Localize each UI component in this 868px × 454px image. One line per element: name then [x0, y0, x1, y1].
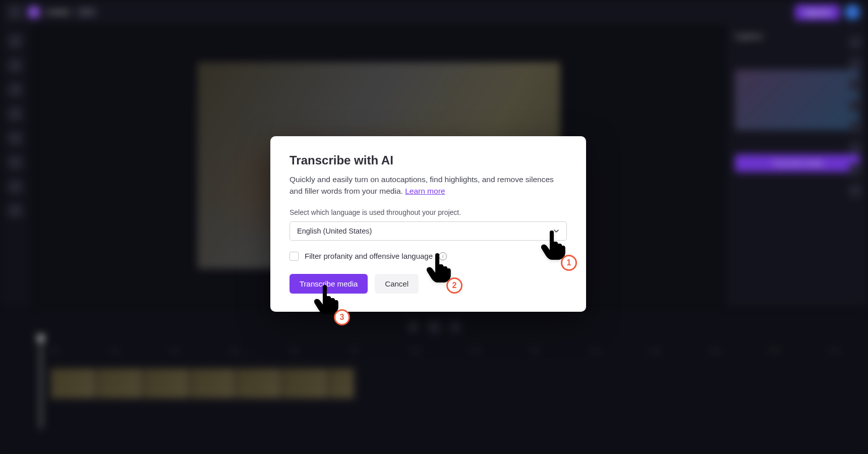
timeline-controls	[10, 321, 858, 333]
modal-title: Transcribe with AI	[290, 153, 567, 167]
language-label: Select which language is used throughout…	[290, 208, 567, 216]
play-icon[interactable]	[428, 321, 440, 333]
template-icon[interactable]	[8, 83, 22, 97]
skip-back-icon[interactable]	[408, 322, 418, 332]
panel-thumbnail	[735, 70, 860, 130]
clip-thumbnail[interactable]	[190, 368, 235, 399]
transition-icon[interactable]	[8, 155, 22, 169]
cancel-button[interactable]: Cancel	[375, 274, 419, 294]
clip-thumbnail[interactable]	[97, 368, 142, 399]
speed-icon[interactable]	[849, 100, 861, 112]
topbar: Untitled 16:9 Upgrade	[0, 0, 868, 24]
ruler-tick: 1:20	[529, 348, 559, 354]
filter-icon[interactable]	[849, 142, 861, 154]
ruler-tick: 1:30	[589, 348, 619, 354]
ruler-tick: 1:50	[709, 348, 738, 354]
skip-forward-icon[interactable]	[450, 322, 460, 332]
library-icon[interactable]	[8, 180, 22, 194]
record-icon[interactable]	[8, 59, 22, 73]
language-dropdown[interactable]: English (United States)	[290, 221, 567, 241]
adjust-icon[interactable]	[849, 79, 861, 91]
menu-icon[interactable]	[8, 5, 22, 19]
learn-more-link[interactable]: Learn more	[405, 187, 445, 195]
language-value: English (United States)	[297, 227, 372, 235]
fade-icon[interactable]	[849, 185, 861, 197]
clip-thumbnail[interactable]	[50, 368, 96, 399]
captions-icon[interactable]	[849, 36, 861, 48]
ruler-tick: 2:10	[828, 348, 858, 354]
ruler-tick: :10	[110, 348, 140, 354]
timeline[interactable]: :00:10:20:30:40:501:001:101:201:301:401:…	[0, 313, 868, 454]
color-icon[interactable]	[849, 121, 861, 133]
project-name[interactable]: Untitled	[45, 8, 69, 16]
effect-icon[interactable]	[849, 163, 861, 176]
brand-icon[interactable]	[8, 204, 22, 218]
transcribe-media-button[interactable]: Transcribe media	[290, 274, 368, 294]
clip-thumbnail[interactable]	[282, 368, 328, 399]
panel-transcribe-button[interactable]: Transcribe media	[735, 154, 860, 172]
ruler-tick: 1:00	[410, 348, 439, 354]
music-icon[interactable]	[8, 131, 22, 145]
clip-thumbnail[interactable]	[143, 368, 189, 399]
ruler-tick: 1:10	[469, 348, 499, 354]
audio-icon[interactable]	[849, 58, 861, 70]
panel-tab[interactable]: Captions	[735, 32, 860, 40]
filter-checkbox-row[interactable]: Filter profanity and offensive language …	[290, 252, 567, 261]
clip-thumbnail[interactable]	[329, 368, 354, 399]
ruler-tick: 1:40	[649, 348, 678, 354]
ruler-tick: 2:00	[769, 348, 798, 354]
panel-subhint	[735, 137, 860, 147]
info-icon[interactable]: i	[439, 252, 447, 260]
app-logo-icon	[28, 7, 39, 18]
ruler-tick: :50	[350, 348, 379, 354]
left-sidebar	[0, 24, 30, 307]
transcribe-modal: Transcribe with AI Quickly and easily tu…	[270, 136, 586, 312]
ruler-tick: :40	[290, 348, 320, 354]
panel-hint	[735, 47, 860, 63]
modal-description: Quickly and easily turn on autocaptions,…	[290, 174, 567, 197]
text-icon[interactable]	[8, 107, 22, 121]
aspect-ratio-chip[interactable]: 16:9	[75, 7, 97, 17]
playhead[interactable]	[40, 338, 41, 429]
chevron-down-icon	[553, 228, 559, 234]
checkbox-icon[interactable]	[290, 252, 299, 261]
upgrade-button[interactable]: Upgrade	[795, 5, 840, 20]
filter-label: Filter profanity and offensive language	[305, 252, 433, 260]
avatar[interactable]	[845, 5, 860, 20]
ruler-tick: :30	[230, 348, 260, 354]
ruler-tick: :20	[170, 348, 200, 354]
timeline-ruler[interactable]: :00:10:20:30:40:501:001:101:201:301:401:…	[10, 343, 858, 358]
clip-thumbnail[interactable]	[236, 368, 281, 399]
timeline-track[interactable]	[50, 368, 858, 404]
media-icon[interactable]	[8, 34, 22, 48]
ruler-tick: :00	[50, 348, 80, 354]
right-icon-rail	[843, 30, 868, 203]
